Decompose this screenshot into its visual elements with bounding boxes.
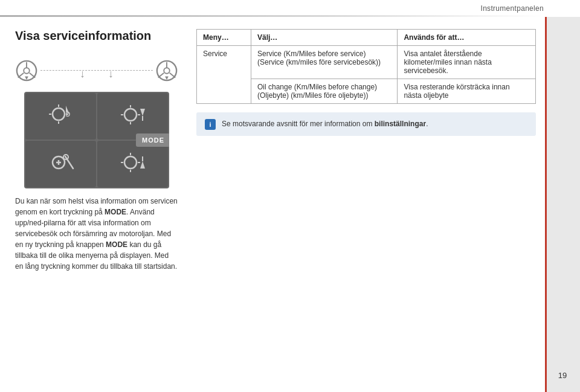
light-down-icon bbox=[120, 152, 146, 177]
info-text-before: Se motsvarande avsnitt för mer informati… bbox=[222, 120, 375, 128]
top-bar: Instrumentpanelen bbox=[0, 0, 580, 17]
menu-cell-service: Service bbox=[197, 46, 251, 104]
section-title: Visa serviceinformation bbox=[15, 29, 178, 43]
panel-cell-top-left: D bbox=[25, 93, 96, 140]
col-header-choose: Välj… bbox=[251, 30, 398, 46]
svg-line-29 bbox=[65, 156, 73, 169]
info-text: Se motsvarande avsnitt för mer informati… bbox=[222, 118, 428, 129]
svg-marker-24 bbox=[140, 109, 145, 116]
left-column: Visa serviceinformation ↓ ↓ bbox=[0, 17, 190, 392]
svg-marker-36 bbox=[140, 161, 145, 169]
panel-cell-bottom-left bbox=[25, 141, 96, 187]
service-icon bbox=[48, 152, 74, 177]
light-up-icon bbox=[120, 104, 146, 129]
page-section-title: Instrumentpanelen bbox=[481, 4, 544, 13]
panel-cell-bottom-right bbox=[97, 141, 168, 187]
main-content: Visa serviceinformation ↓ ↓ bbox=[0, 17, 545, 392]
svg-line-10 bbox=[170, 72, 176, 77]
svg-point-19 bbox=[124, 109, 137, 121]
table-row: Service Service (Km/Miles before service… bbox=[197, 46, 536, 79]
svg-point-31 bbox=[124, 156, 137, 169]
col-header-usage: Används för att… bbox=[398, 30, 536, 46]
accent-line bbox=[545, 17, 547, 392]
service-table: Meny… Välj… Används för att… Service Ser… bbox=[196, 29, 536, 104]
steering-wheel-right-icon bbox=[155, 59, 178, 82]
panel-cell-top-right bbox=[97, 93, 168, 140]
col-header-menu: Meny… bbox=[197, 30, 251, 46]
info-box: i Se motsvarande avsnitt för mer informa… bbox=[196, 112, 536, 136]
svg-point-12 bbox=[53, 108, 65, 120]
choice-cell-1: Service (Km/Miles before service) (Servi… bbox=[251, 46, 398, 79]
svg-text:D: D bbox=[66, 111, 70, 118]
mode-bold-1: MODE bbox=[105, 208, 126, 216]
steering-diagram: ↓ ↓ bbox=[15, 54, 178, 87]
svg-line-9 bbox=[158, 72, 164, 77]
svg-line-4 bbox=[30, 72, 36, 77]
body-paragraph: Du kan när som helst visa information om… bbox=[15, 196, 178, 272]
choice-cell-2: Oil change (Km/Miles before change) (Olj… bbox=[251, 79, 398, 104]
mode-button[interactable]: MODE bbox=[136, 133, 169, 147]
svg-point-1 bbox=[24, 68, 30, 74]
info-text-after: . bbox=[426, 120, 428, 128]
light-warning-icon: D bbox=[48, 103, 74, 129]
svg-point-7 bbox=[164, 68, 170, 74]
right-accent-bar: 19 bbox=[545, 17, 580, 392]
right-column: Meny… Välj… Används för att… Service Ser… bbox=[190, 17, 545, 392]
steering-wheel-left-icon bbox=[15, 59, 38, 82]
mode-bold-2: MODE bbox=[106, 240, 127, 249]
page-number: 19 bbox=[558, 371, 567, 380]
svg-line-3 bbox=[18, 72, 24, 77]
control-panel: D bbox=[24, 92, 169, 188]
usage-cell-2: Visa resterande körsträcka innan nästa o… bbox=[398, 79, 536, 104]
svg-marker-5 bbox=[25, 76, 28, 80]
table-header-row: Meny… Välj… Används för att… bbox=[197, 30, 536, 46]
info-icon: i bbox=[205, 119, 216, 130]
info-text-bold: bilinställningar bbox=[375, 120, 426, 128]
svg-marker-11 bbox=[165, 76, 169, 80]
usage-cell-1: Visa antalet återstående kilometer/miles… bbox=[398, 46, 536, 79]
